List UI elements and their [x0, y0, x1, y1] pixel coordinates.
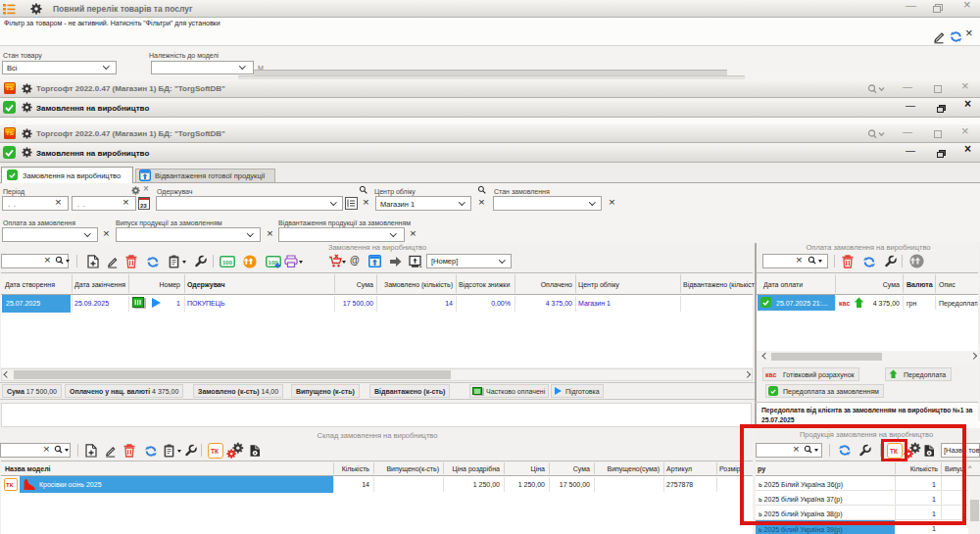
svg-text:100: 100 — [222, 260, 233, 266]
